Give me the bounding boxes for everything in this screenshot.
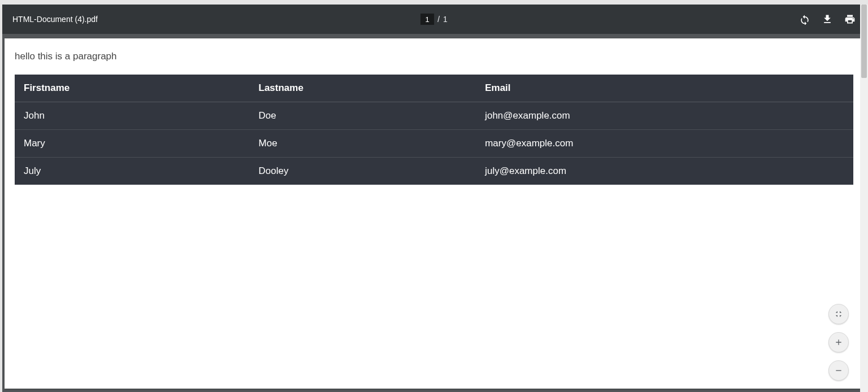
pdf-toolbar: HTML-Document (4).pdf / 1 xyxy=(2,5,866,34)
table-cell: John xyxy=(15,102,250,130)
table-cell: July xyxy=(15,158,250,185)
download-icon[interactable] xyxy=(822,14,833,25)
print-icon[interactable] xyxy=(844,14,856,25)
zoom-in-icon[interactable] xyxy=(828,332,849,352)
table-cell: mary@example.com xyxy=(476,130,853,158)
pdf-viewer: HTML-Document (4).pdf / 1 hello this is … xyxy=(2,5,866,392)
scrollbar-thumb[interactable] xyxy=(861,5,867,78)
table-row: John Doe john@example.com xyxy=(15,102,853,130)
table-cell: Mary xyxy=(15,130,250,158)
table-cell: july@example.com xyxy=(476,158,853,185)
paragraph-text: hello this is a paragraph xyxy=(15,51,853,62)
pdf-content-area[interactable]: hello this is a paragraph Firstname Last… xyxy=(2,34,866,392)
table-cell: Moe xyxy=(250,130,476,158)
page-slash: / xyxy=(437,15,440,24)
page-total: 1 xyxy=(443,15,448,24)
rotate-icon[interactable] xyxy=(799,14,810,25)
table-header: Lastname xyxy=(250,75,476,102)
toolbar-actions xyxy=(799,14,856,25)
table-row: July Dooley july@example.com xyxy=(15,158,853,185)
zoom-out-icon[interactable] xyxy=(828,360,849,381)
page-indicator: / 1 xyxy=(420,14,448,25)
table-cell: john@example.com xyxy=(476,102,853,130)
table-cell: Doe xyxy=(250,102,476,130)
table-header: Email xyxy=(476,75,853,102)
fit-page-icon[interactable] xyxy=(828,304,849,324)
table-cell: Dooley xyxy=(250,158,476,185)
file-title: HTML-Document (4).pdf xyxy=(12,15,98,24)
table-header-row: Firstname Lastname Email xyxy=(15,75,853,102)
page-number-input[interactable] xyxy=(420,14,434,25)
table-header: Firstname xyxy=(15,75,250,102)
table-row: Mary Moe mary@example.com xyxy=(15,130,853,158)
data-table: Firstname Lastname Email John Doe john@e… xyxy=(15,75,853,185)
zoom-controls xyxy=(828,304,849,381)
vertical-scrollbar[interactable] xyxy=(860,5,868,392)
pdf-page: hello this is a paragraph Firstname Last… xyxy=(5,38,863,389)
